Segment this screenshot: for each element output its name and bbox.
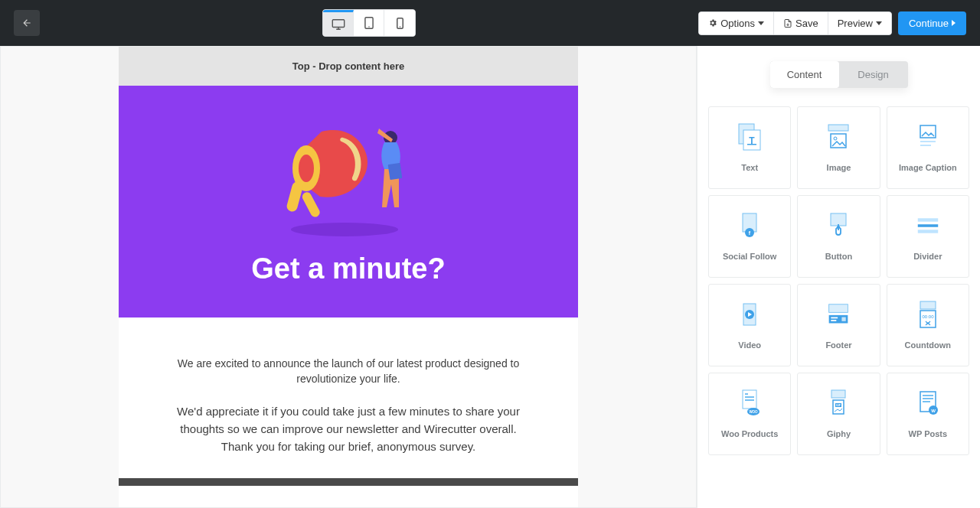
svg-rect-16 xyxy=(828,125,848,131)
wp-posts-icon: W xyxy=(916,389,939,417)
block-grid: T Text Image Image Caption f xyxy=(708,106,969,455)
svg-rect-35 xyxy=(831,320,837,321)
svg-rect-20 xyxy=(920,141,936,142)
text-block-icon: T xyxy=(738,123,761,151)
svg-rect-41 xyxy=(745,393,748,395)
svg-rect-53 xyxy=(923,401,930,402)
gear-icon xyxy=(708,18,717,28)
block-label: Divider xyxy=(913,252,942,261)
editor-canvas-wrap: Top - Drop content here xyxy=(0,46,697,508)
chevron-down-icon xyxy=(758,21,764,25)
desktop-icon xyxy=(332,19,345,30)
svg-point-2 xyxy=(368,26,369,27)
svg-text:00:00: 00:00 xyxy=(922,314,934,319)
tab-content[interactable]: Content xyxy=(770,61,839,88)
megaphone-illustration xyxy=(268,109,429,239)
sidebar-tab-switch: Content Design xyxy=(770,61,908,88)
block-label: WP Posts xyxy=(909,429,948,438)
block-footer[interactable]: Footer xyxy=(797,284,880,366)
save-button[interactable]: Save xyxy=(774,12,828,34)
preview-button[interactable]: Preview xyxy=(828,12,891,34)
svg-rect-27 xyxy=(918,218,938,221)
save-icon xyxy=(783,18,792,28)
chevron-down-icon xyxy=(876,21,882,25)
svg-rect-10 xyxy=(286,181,304,213)
block-text[interactable]: T Text xyxy=(708,106,791,189)
block-label: Woo Products xyxy=(721,429,778,438)
block-label: Footer xyxy=(825,340,851,350)
chevron-right-icon xyxy=(952,20,956,26)
svg-text:W: W xyxy=(931,409,936,413)
block-label: Social Follow xyxy=(723,252,776,261)
arrow-left-icon xyxy=(21,18,32,28)
giphy-icon: GIF xyxy=(827,389,850,417)
hero-title: Get a minute? xyxy=(134,252,563,285)
svg-rect-42 xyxy=(745,396,754,398)
block-button[interactable]: Button xyxy=(797,195,880,278)
tablet-icon xyxy=(364,17,374,29)
block-giphy[interactable]: GIF Giphy xyxy=(797,373,880,455)
back-button[interactable] xyxy=(14,10,40,36)
body-text-block[interactable]: We are excited to announce the launch of… xyxy=(119,318,578,478)
block-label: Giphy xyxy=(827,429,851,438)
block-label: Button xyxy=(825,252,852,261)
svg-rect-29 xyxy=(918,230,938,233)
block-video[interactable]: Video xyxy=(708,284,791,366)
continue-button[interactable]: Continue xyxy=(898,11,966,35)
block-label: Countdown xyxy=(905,340,951,350)
svg-rect-28 xyxy=(918,224,938,227)
svg-rect-25 xyxy=(831,213,846,226)
block-image-caption[interactable]: Image Caption xyxy=(887,106,969,189)
svg-point-5 xyxy=(291,223,398,236)
device-mobile-button[interactable] xyxy=(384,10,415,36)
svg-rect-51 xyxy=(923,395,933,396)
toolbar-btn-group: Options Save Preview xyxy=(698,11,892,35)
options-label: Options xyxy=(720,18,755,29)
svg-rect-15 xyxy=(747,144,756,145)
image-caption-icon xyxy=(916,123,939,151)
block-label: Image xyxy=(827,163,851,172)
svg-rect-46 xyxy=(831,390,845,398)
image-block-icon xyxy=(827,123,850,151)
svg-rect-21 xyxy=(920,145,931,146)
top-dropzone[interactable]: Top - Drop content here xyxy=(119,47,578,86)
svg-point-9 xyxy=(299,155,314,182)
tab-design[interactable]: Design xyxy=(839,61,908,88)
block-countdown[interactable]: 00:00 Countdown xyxy=(887,284,969,366)
device-desktop-button[interactable] xyxy=(323,10,354,36)
hero-block[interactable]: Get a minute? xyxy=(119,86,578,318)
svg-text:GIF: GIF xyxy=(837,404,842,407)
svg-rect-38 xyxy=(920,311,936,327)
footer-block[interactable] xyxy=(119,478,578,486)
svg-point-4 xyxy=(399,26,400,28)
svg-rect-32 xyxy=(829,304,848,313)
svg-rect-7 xyxy=(388,163,403,180)
sidebar-panel: Content Design T Text Image Image Ca xyxy=(697,46,980,508)
intro-paragraph: We are excited to announce the launch of… xyxy=(172,356,524,387)
device-tablet-button[interactable] xyxy=(354,10,384,36)
svg-rect-52 xyxy=(923,398,933,399)
divider-icon xyxy=(916,212,939,239)
block-wp-posts[interactable]: W WP Posts xyxy=(887,373,969,455)
block-divider[interactable]: Divider xyxy=(887,195,969,278)
block-woo-products[interactable]: WOO Woo Products xyxy=(708,373,791,455)
options-button[interactable]: Options xyxy=(699,12,774,34)
device-switcher xyxy=(322,9,416,37)
continue-label: Continue xyxy=(909,18,949,29)
countdown-icon: 00:00 xyxy=(916,301,939,328)
svg-rect-36 xyxy=(842,318,846,321)
social-follow-icon: f xyxy=(738,212,761,239)
svg-text:WOO: WOO xyxy=(750,410,759,414)
footer-icon xyxy=(827,301,850,328)
block-label: Text xyxy=(741,163,758,172)
svg-rect-37 xyxy=(920,301,936,309)
mobile-icon xyxy=(397,18,403,29)
block-social-follow[interactable]: f Social Follow xyxy=(708,195,791,278)
save-label: Save xyxy=(795,18,818,29)
block-image[interactable]: Image xyxy=(797,106,880,189)
email-canvas[interactable]: Top - Drop content here xyxy=(119,47,578,507)
svg-rect-34 xyxy=(831,318,838,319)
woo-icon: WOO xyxy=(738,389,761,417)
svg-rect-0 xyxy=(332,19,344,27)
preview-label: Preview xyxy=(838,18,873,29)
